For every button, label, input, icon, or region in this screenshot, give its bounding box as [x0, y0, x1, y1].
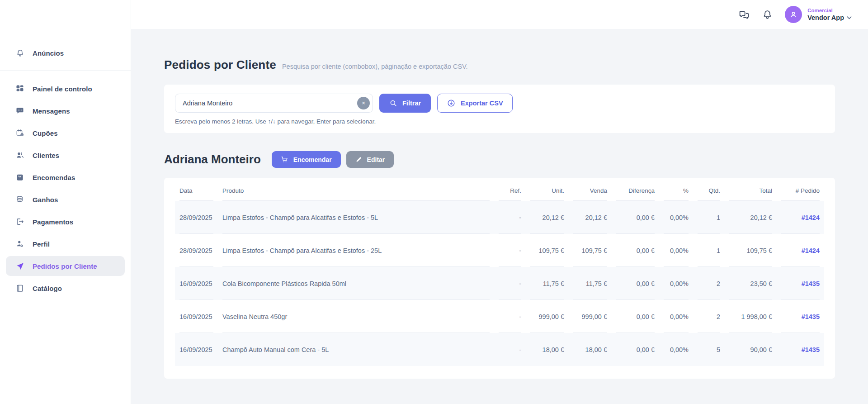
sidebar-item-label: Painel de controlo: [33, 85, 92, 93]
book-icon: [15, 283, 25, 293]
sidebar-item-cupoes[interactable]: Cupões: [6, 123, 125, 143]
cell-unit: 999,00 €: [526, 300, 569, 333]
table-row: 28/09/2025 Limpa Estofos - Champô para A…: [175, 234, 824, 267]
search-icon: [389, 99, 397, 107]
col-header-total: Total: [725, 181, 777, 201]
cell-qtd: 5: [693, 333, 725, 366]
bell-icon: [15, 48, 25, 58]
notifications-bell-icon[interactable]: [761, 9, 773, 20]
sidebar-item-perfil[interactable]: Perfil: [6, 234, 125, 254]
avatar: [785, 6, 802, 23]
clear-search-icon[interactable]: ×: [357, 97, 370, 109]
chevron-down-icon: [847, 16, 852, 19]
cell-ref: -: [494, 234, 526, 267]
cell-qtd: 1: [693, 234, 725, 267]
cell-pedido: #1424: [777, 201, 824, 234]
orders-table-body: 28/09/2025 Limpa Estofos - Champô para A…: [175, 201, 824, 366]
sidebar-item-pagamentos[interactable]: Pagamentos: [6, 212, 125, 232]
sidebar-item-ganhos[interactable]: Ganhos: [6, 190, 125, 209]
main-area: Comercial Vendor App Pedidos por Cliente…: [131, 0, 868, 404]
cell-pct: 0,00%: [659, 234, 693, 267]
cell-unit: 20,12 €: [526, 201, 569, 234]
cell-product: Cola Bicomponente Plásticos Rapida 50ml: [218, 267, 494, 300]
cell-pct: 0,00%: [659, 333, 693, 366]
cell-product: Limpa Estofos - Champô para Alcatifas e …: [218, 234, 494, 267]
order-link[interactable]: #1424: [802, 214, 820, 221]
col-header-diferenca: Diferença: [612, 181, 659, 201]
cell-pedido: #1435: [777, 267, 824, 300]
cell-total: 90,00 €: [725, 333, 777, 366]
cell-pedido: #1424: [777, 234, 824, 267]
cell-date: 16/09/2025: [175, 300, 218, 333]
cell-date: 28/09/2025: [175, 234, 218, 267]
order-link[interactable]: #1435: [802, 346, 820, 353]
col-header-pct: %: [659, 181, 693, 201]
page-title: Pedidos por Cliente: [164, 58, 276, 72]
cell-venda: 20,12 €: [569, 201, 612, 234]
order-button[interactable]: Encomendar: [272, 151, 341, 168]
orders-table: Data Produto Ref. Unit. Venda Diferença …: [175, 181, 824, 366]
sidebar-item-label: Encomendas: [33, 174, 75, 181]
cell-product: Vaselina Neutra 450gr: [218, 300, 494, 333]
app-root: Anúncios Painel de controlo Mensagens Cu…: [0, 0, 868, 404]
order-link[interactable]: #1424: [802, 247, 820, 254]
sidebar-item-anuncios[interactable]: Anúncios: [6, 43, 125, 63]
sidebar-item-mensagens[interactable]: Mensagens: [6, 101, 125, 121]
filter-button[interactable]: Filtrar: [379, 94, 431, 113]
client-search-input[interactable]: [175, 94, 373, 113]
export-csv-button[interactable]: Exportar CSV: [437, 94, 512, 113]
table-row: 16/09/2025 Champô Auto Manual com Cera -…: [175, 333, 824, 366]
col-header-ref: Ref.: [494, 181, 526, 201]
cell-pedido: #1435: [777, 300, 824, 333]
cell-qtd: 2: [693, 267, 725, 300]
cell-total: 23,50 €: [725, 267, 777, 300]
sidebar-item-label: Anúncios: [33, 49, 64, 57]
col-header-data: Data: [175, 181, 218, 201]
sidebar-item-catalogo[interactable]: Catálogo: [6, 278, 125, 298]
client-name: Adriana Monteiro: [164, 152, 261, 166]
cell-date: 16/09/2025: [175, 267, 218, 300]
sidebar-item-pedidos-por-cliente[interactable]: Pedidos por Cliente: [6, 256, 125, 276]
col-header-pedido: # Pedido: [777, 181, 824, 201]
cell-date: 16/09/2025: [175, 333, 218, 366]
cart-icon: [281, 156, 288, 163]
dashboard-icon: [15, 84, 25, 94]
page-head: Pedidos por Cliente Pesquisa por cliente…: [164, 58, 835, 72]
cell-total: 109,75 €: [725, 234, 777, 267]
col-header-unit: Unit.: [526, 181, 569, 201]
bag-icon: [15, 172, 25, 182]
sidebar-item-label: Clientes: [33, 152, 59, 159]
sidebar-item-encomendas[interactable]: Encomendas: [6, 167, 125, 187]
profile-icon: [15, 239, 25, 249]
search-card: × Filtrar Exportar CSV Escreva pelo meno…: [164, 85, 835, 133]
cell-ref: -: [494, 267, 526, 300]
cell-qtd: 1: [693, 201, 725, 234]
cell-date: 28/09/2025: [175, 201, 218, 234]
cell-pct: 0,00%: [659, 267, 693, 300]
col-header-produto: Produto: [218, 181, 494, 201]
table-header-row: Data Produto Ref. Unit. Venda Diferença …: [175, 181, 824, 201]
sidebar-item-clientes[interactable]: Clientes: [6, 145, 125, 165]
order-link[interactable]: #1435: [802, 313, 820, 320]
navigation-icon: [15, 261, 25, 271]
coins-icon: [15, 195, 25, 204]
edit-button[interactable]: Editar: [346, 151, 394, 168]
account-menu[interactable]: Comercial Vendor App: [785, 6, 852, 23]
client-row: Adriana Monteiro Encomendar Editar: [164, 151, 835, 168]
sidebar-item-painel[interactable]: Painel de controlo: [6, 79, 125, 99]
payments-icon: [15, 217, 25, 227]
search-box: ×: [175, 94, 373, 113]
sidebar-item-label: Cupões: [33, 129, 58, 137]
col-header-qtd: Qtd.: [693, 181, 725, 201]
orders-table-card: Data Produto Ref. Unit. Venda Diferença …: [164, 178, 835, 379]
pencil-icon: [355, 156, 362, 163]
sidebar: Anúncios Painel de controlo Mensagens Cu…: [0, 0, 131, 404]
account-name: Vendor App: [807, 14, 844, 22]
chat-icon[interactable]: [738, 9, 750, 20]
order-link[interactable]: #1435: [802, 280, 820, 287]
content: Pedidos por Cliente Pesquisa por cliente…: [131, 29, 868, 404]
cell-total: 1 998,00 €: [725, 300, 777, 333]
cell-qtd: 2: [693, 300, 725, 333]
sidebar-item-label: Pagamentos: [33, 218, 73, 226]
cell-pedido: #1435: [777, 333, 824, 366]
